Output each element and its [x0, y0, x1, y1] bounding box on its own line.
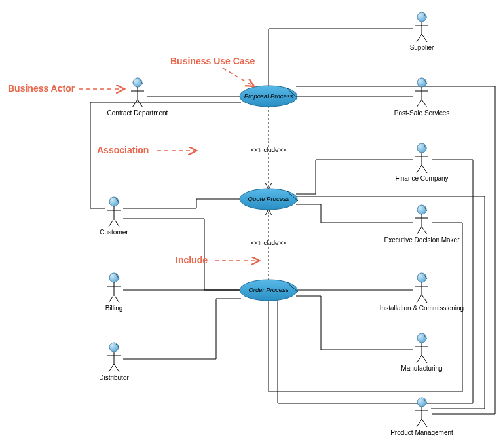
- svg-line-46: [422, 165, 427, 173]
- svg-point-66: [417, 398, 426, 407]
- legend-association: Association: [97, 145, 149, 155]
- svg-line-39: [417, 100, 422, 107]
- svg-line-9: [132, 100, 138, 107]
- usecase-order: Order Process: [240, 280, 298, 301]
- actor-billing: Billing: [105, 273, 123, 312]
- legend-include: Include: [176, 255, 208, 265]
- assoc-customer-quote: [123, 199, 241, 208]
- svg-line-10: [138, 100, 143, 107]
- legend-business-usecase: Business Use Case: [170, 56, 255, 66]
- svg-line-33: [417, 34, 422, 42]
- actor-exec: Executive Decision Maker: [384, 205, 460, 244]
- actor-contract-label: Contract Department: [107, 109, 168, 117]
- actor-distributor-label: Distributor: [99, 374, 129, 381]
- assoc-pm-proposal: [296, 86, 495, 414]
- svg-point-18: [109, 273, 119, 282]
- svg-line-70: [422, 419, 427, 427]
- actor-pm-label: Product Management: [390, 429, 453, 436]
- svg-line-28: [114, 364, 119, 372]
- actor-install: Installation & Commissioning: [380, 273, 464, 312]
- assoc-customer-proposal: [90, 102, 241, 208]
- usecase-proposal: Proposal Process: [240, 86, 298, 107]
- svg-point-24: [109, 343, 119, 352]
- actor-install-label: Installation & Commissioning: [380, 305, 464, 312]
- svg-point-54: [417, 273, 426, 282]
- svg-line-15: [109, 219, 114, 227]
- svg-line-63: [417, 355, 422, 363]
- assoc-exec-quote: [296, 204, 413, 223]
- legend-arrow-usecase: [223, 68, 254, 86]
- svg-point-60: [417, 333, 426, 343]
- actor-customer: Customer: [100, 197, 128, 236]
- actor-mfg: Manufacturing: [401, 333, 442, 372]
- svg-line-45: [417, 165, 422, 173]
- usecase-quote-label: Quote Process: [248, 195, 289, 202]
- actor-exec-label: Executive Decision Maker: [384, 236, 460, 244]
- actor-supplier-label: Supplier: [410, 44, 434, 51]
- svg-point-48: [417, 205, 426, 214]
- svg-line-34: [422, 34, 427, 42]
- svg-line-51: [417, 227, 422, 234]
- svg-point-30: [417, 12, 426, 22]
- actor-mfg-label: Manufacturing: [401, 365, 442, 372]
- svg-point-6: [133, 78, 142, 87]
- actor-supplier: Supplier: [410, 12, 434, 51]
- assoc-supplier-proposal: [269, 29, 413, 86]
- svg-line-64: [422, 355, 427, 363]
- associations: [90, 29, 495, 414]
- include-label-1: <<Include>>: [252, 146, 286, 153]
- svg-line-27: [109, 364, 114, 372]
- legend-business-actor: Business Actor: [8, 83, 75, 94]
- svg-line-57: [417, 295, 422, 303]
- usecase-diagram: <<Include>> <<Include>> Proposal Process…: [0, 0, 503, 448]
- svg-line-69: [417, 419, 422, 427]
- include-label-2: <<Include>>: [252, 239, 286, 246]
- svg-point-12: [109, 197, 119, 206]
- svg-point-36: [417, 78, 426, 87]
- svg-line-40: [422, 100, 427, 107]
- svg-line-58: [422, 295, 427, 303]
- svg-line-21: [109, 295, 114, 303]
- svg-line-22: [114, 295, 119, 303]
- actor-postsale: Post-Sale Services: [394, 78, 449, 117]
- usecase-quote: Quote Process: [240, 189, 298, 210]
- actor-customer-label: Customer: [100, 229, 128, 236]
- svg-point-42: [417, 143, 426, 153]
- actor-finance: Finance Company: [395, 143, 448, 182]
- assoc-pm-quote: [296, 196, 485, 409]
- actor-finance-label: Finance Company: [395, 175, 448, 182]
- assoc-distributor-order: [123, 299, 241, 359]
- actor-billing-label: Billing: [105, 305, 123, 312]
- svg-line-16: [114, 219, 119, 227]
- usecase-order-label: Order Process: [248, 286, 288, 293]
- usecase-proposal-label: Proposal Process: [244, 92, 293, 100]
- actor-postsale-label: Post-Sale Services: [394, 109, 449, 117]
- actor-distributor: Distributor: [99, 343, 129, 381]
- actor-contract: Contract Department: [107, 78, 168, 117]
- legend: Business Actor Business Use Case Associa…: [8, 56, 259, 265]
- svg-line-52: [422, 227, 427, 234]
